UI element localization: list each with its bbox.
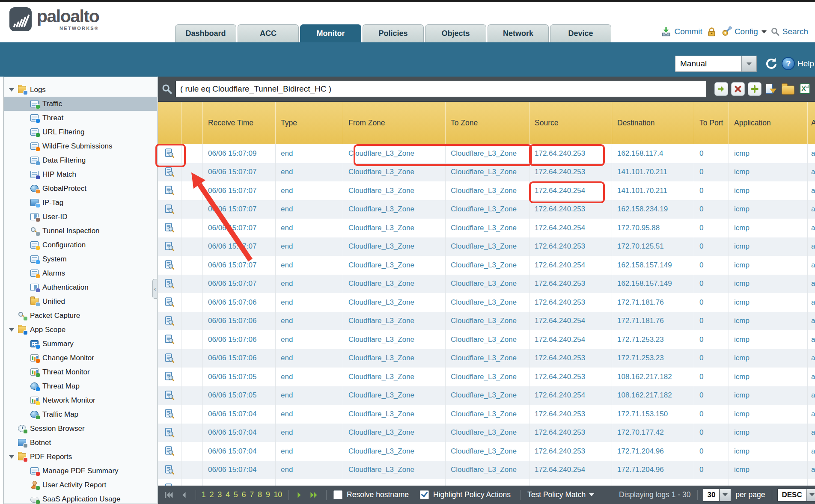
tab-network[interactable]: Network <box>488 24 549 42</box>
log-detail-button[interactable] <box>158 200 181 219</box>
commit-button[interactable]: Commit <box>660 26 702 37</box>
page-number-1[interactable]: 1 <box>202 490 206 499</box>
sidebar-item[interactable]: Unified <box>4 294 157 308</box>
lock-icon[interactable] <box>706 27 717 37</box>
log-detail-button[interactable] <box>158 163 181 182</box>
log-detail-button[interactable] <box>158 144 181 163</box>
sidebar-item[interactable]: App Scope <box>4 323 157 337</box>
refresh-mode-select[interactable]: Manual <box>675 56 757 72</box>
page-number-9[interactable]: 9 <box>266 490 270 499</box>
sidebar-item[interactable]: Change Monitor <box>4 351 157 365</box>
column-header-spacer[interactable] <box>181 102 202 144</box>
log-detail-button[interactable] <box>158 386 181 405</box>
sidebar-item[interactable]: Traffic Map <box>4 407 157 421</box>
sidebar-item[interactable]: User-ID <box>4 210 157 224</box>
test-policy-match-button[interactable]: Test Policy Match <box>527 490 594 499</box>
log-detail-button[interactable] <box>158 237 181 256</box>
sidebar-item[interactable]: System <box>4 252 157 266</box>
log-detail-button[interactable] <box>158 219 181 237</box>
tab-device[interactable]: Device <box>550 24 611 42</box>
add-filter-button[interactable] <box>748 82 761 96</box>
log-row[interactable]: 06/06 15:07:09 end Cloudflare_L3_Zone Cl… <box>158 144 815 163</box>
sidebar-item[interactable]: Traffic <box>4 97 157 111</box>
sidebar-item[interactable]: Threat <box>4 111 157 125</box>
log-detail-button[interactable] <box>158 349 181 368</box>
column-header-destination[interactable]: Destination <box>612 102 694 144</box>
log-detail-button[interactable] <box>158 275 181 294</box>
sidebar-item[interactable]: Session Browser <box>4 421 157 436</box>
apply-filter-button[interactable] <box>714 82 728 96</box>
sidebar-item[interactable]: GlobalProtect <box>4 181 157 196</box>
log-detail-button[interactable] <box>158 479 181 486</box>
first-page-button[interactable] <box>164 490 173 500</box>
resolve-hostname-checkbox[interactable] <box>333 490 342 499</box>
page-number-10[interactable]: 10 <box>274 490 282 499</box>
sidebar-item[interactable]: Authentication <box>4 280 157 294</box>
log-detail-button[interactable] <box>158 461 181 480</box>
help-icon[interactable] <box>782 57 795 70</box>
highlight-policy-actions-checkbox[interactable] <box>420 490 429 499</box>
column-header-application[interactable]: Application <box>729 102 807 144</box>
column-header-action[interactable]: A <box>807 102 815 144</box>
log-row[interactable]: 06/06 15:07:04 end Cloudflare_L3_Zone Cl… <box>158 461 815 480</box>
log-detail-button[interactable] <box>158 424 181 442</box>
log-detail-button[interactable] <box>158 405 181 424</box>
log-row[interactable]: 06/06 15:07:05 end Cloudflare_L3_Zone Cl… <box>158 368 815 386</box>
tab-objects[interactable]: Objects <box>425 24 486 42</box>
last-page-button[interactable] <box>310 490 319 500</box>
sort-order-value[interactable]: DESC <box>777 489 806 501</box>
page-number-5[interactable]: 5 <box>234 490 238 499</box>
log-row[interactable]: 06/06 15:07:04 end Cloudflare_L3_Zone Cl… <box>158 424 815 442</box>
refresh-mode-caret[interactable] <box>742 56 757 72</box>
log-row[interactable]: 06/06 15:07:04 end Cloudflare_L3_Zone Cl… <box>158 442 815 461</box>
help-label[interactable]: Help <box>797 59 814 68</box>
log-row[interactable]: 06/06 15:07:06 end Cloudflare_L3_Zone Cl… <box>158 349 815 368</box>
filter-builder-button[interactable] <box>764 82 778 96</box>
config-button[interactable]: Config <box>721 26 767 37</box>
search-button[interactable]: Search <box>770 27 808 36</box>
per-page-select[interactable]: 30 <box>703 489 731 501</box>
sidebar-item[interactable]: Summary <box>4 337 157 351</box>
log-row[interactable]: 06/06 15:07:07 end Cloudflare_L3_Zone Cl… <box>158 275 815 294</box>
log-row[interactable]: 06/06 15:07:06 end Cloudflare_L3_Zone Cl… <box>158 330 815 349</box>
sidebar-item[interactable]: WildFire Submissions <box>4 139 157 153</box>
column-header-from-zone[interactable]: From Zone <box>343 102 445 144</box>
page-number-6[interactable]: 6 <box>242 490 246 499</box>
column-header-detail[interactable] <box>158 102 181 144</box>
sidebar-item[interactable]: Botnet <box>4 436 157 450</box>
export-csv-button[interactable] <box>798 82 812 96</box>
sidebar-item[interactable]: Logs <box>4 83 157 97</box>
log-row[interactable]: 06/06 15:07:06 end Cloudflare_L3_Zone Cl… <box>158 293 815 312</box>
sidebar-item[interactable]: Network Monitor <box>4 393 157 407</box>
column-header-to-zone[interactable]: To Zone <box>445 102 529 144</box>
tab-policies[interactable]: Policies <box>363 24 424 42</box>
page-number-2[interactable]: 2 <box>210 490 214 499</box>
refresh-mode-value[interactable]: Manual <box>675 56 742 72</box>
page-number-4[interactable]: 4 <box>226 490 230 499</box>
sidebar-item[interactable]: Alarms <box>4 266 157 280</box>
sidebar-item[interactable]: IP-Tag <box>4 196 157 210</box>
page-number-8[interactable]: 8 <box>258 490 262 499</box>
sidebar-item[interactable]: Threat Map <box>4 379 157 393</box>
next-page-button[interactable] <box>294 490 304 500</box>
log-row[interactable]: 06/06 15:07:07 end Cloudflare_L3_Zone Cl… <box>158 237 815 256</box>
clear-filter-button[interactable] <box>731 82 745 96</box>
sidebar-item[interactable]: HIP Match <box>4 167 157 181</box>
log-detail-button[interactable] <box>158 330 181 349</box>
tab-dashboard[interactable]: Dashboard <box>175 24 236 42</box>
sidebar-item[interactable]: Manage PDF Summary <box>4 464 157 478</box>
log-detail-button[interactable] <box>158 293 181 312</box>
prev-page-button[interactable] <box>179 490 189 500</box>
sidebar-item[interactable]: Data Filtering <box>4 153 157 167</box>
page-number-3[interactable]: 3 <box>217 490 222 499</box>
sidebar-item[interactable]: Configuration <box>4 238 157 252</box>
sidebar-item[interactable]: Threat Monitor <box>4 365 157 379</box>
column-header-to-port[interactable]: To Port <box>694 102 729 144</box>
sort-order-caret[interactable] <box>806 489 815 501</box>
log-row-partial[interactable] <box>158 479 815 486</box>
refresh-icon[interactable] <box>764 57 778 71</box>
log-row[interactable]: 06/06 15:07:07 end Cloudflare_L3_Zone Cl… <box>158 163 815 182</box>
log-detail-button[interactable] <box>158 368 181 386</box>
log-row[interactable]: 06/06 15:07:07 end Cloudflare_L3_Zone Cl… <box>158 219 815 237</box>
expander-triangle-icon[interactable] <box>9 455 15 459</box>
